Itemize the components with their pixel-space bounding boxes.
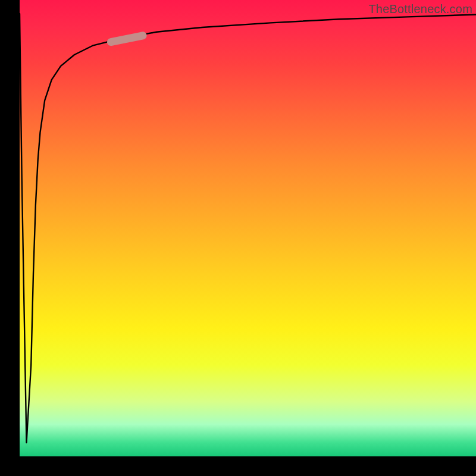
plot-area: [20, 0, 476, 456]
chart-frame: TheBottleneck.com: [0, 0, 476, 476]
